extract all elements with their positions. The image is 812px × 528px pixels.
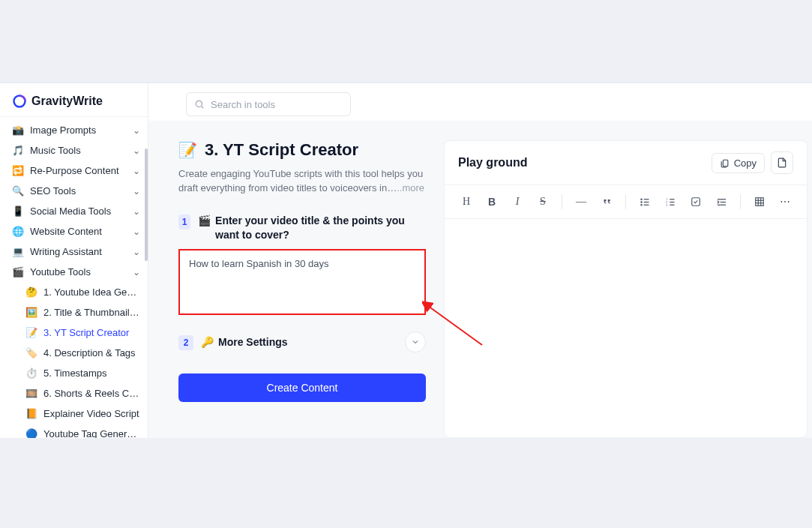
heading-button[interactable]: H: [455, 191, 478, 212]
bold-button[interactable]: B: [481, 191, 503, 212]
chevron-down-icon: ⌄: [133, 166, 140, 176]
dot-icon: 🔵: [25, 428, 37, 438]
page-icon: 📝: [178, 141, 197, 159]
clock-icon: ⏱️: [25, 368, 37, 379]
hr-button[interactable]: —: [570, 191, 592, 212]
step-1-text: Enter your video title & the points you …: [215, 214, 426, 242]
italic-button[interactable]: I: [506, 191, 529, 212]
clapper-icon: 🎬: [198, 214, 211, 242]
sub-item-script-creator[interactable]: 📝 3. YT Script Creator: [0, 322, 148, 343]
sub-label: 2. Title & Thumbnail …: [43, 307, 140, 318]
repeat-icon: 🔁: [12, 165, 24, 176]
sidebar-label: Youtube Tools: [30, 266, 127, 278]
toolbar-separator: [740, 194, 741, 209]
indent-icon: [716, 196, 727, 208]
scrollbar[interactable]: [145, 148, 148, 261]
ol-button[interactable]: 123: [659, 191, 682, 212]
sidebar-item-website[interactable]: 🌐 Website Content ⌄: [0, 221, 148, 242]
sidebar-label: Image Prompts: [30, 124, 127, 136]
desc-text: Create engaging YouTube scripts with thi…: [178, 168, 423, 194]
list-ol-icon: 123: [665, 196, 676, 208]
sidebar-label: Music Tools: [30, 145, 127, 156]
sub-item-shorts[interactable]: 🎞️ 6. Shorts & Reels Cr…: [0, 383, 148, 404]
step-2-badge: 2: [178, 335, 193, 350]
sidebar-item-music-tools[interactable]: 🎵 Music Tools ⌄: [0, 140, 148, 160]
list-ul-icon: [640, 196, 651, 208]
search-row: Search in tools: [148, 83, 812, 121]
tag-icon: 🏷️: [25, 347, 37, 358]
download-button[interactable]: [771, 152, 793, 174]
brand-name: GravityWrite: [31, 94, 103, 108]
search-input[interactable]: Search in tools: [186, 92, 351, 116]
indent-button[interactable]: [710, 191, 733, 212]
create-content-button[interactable]: Create Content: [178, 374, 426, 402]
camera-icon: 📸: [12, 124, 24, 136]
chevron-down-icon: ⌄: [133, 206, 140, 217]
sidebar-item-image-prompts[interactable]: 📸 Image Prompts ⌄: [0, 120, 148, 140]
download-icon: [777, 158, 787, 168]
youtube-icon: 🎬: [12, 266, 24, 278]
sub-item-idea-gen[interactable]: 🤔 1. Youtube Idea Gen…: [0, 282, 148, 302]
video-title-input[interactable]: How to learn Spanish in 30 days: [178, 249, 426, 315]
brand-logo[interactable]: GravityWrite: [0, 83, 148, 117]
playground-panel: Play ground Copy H B I S —: [444, 140, 808, 438]
chevron-down-icon: ⌄: [133, 146, 140, 156]
playground-title: Play ground: [458, 156, 706, 170]
sidebar-nav: 📸 Image Prompts ⌄ 🎵 Music Tools ⌄ 🔁 Re-P…: [0, 117, 148, 438]
expand-settings-button[interactable]: [405, 332, 426, 352]
globe-icon: 🌐: [12, 226, 24, 237]
music-icon: 🎵: [12, 145, 24, 156]
sidebar-item-writing[interactable]: 💻 Writing Assistant ⌄: [0, 242, 148, 262]
sub-label: Explainer Video Script: [43, 408, 140, 419]
sub-item-timestamps[interactable]: ⏱️ 5. Timestamps: [0, 363, 148, 383]
sidebar-item-social[interactable]: 📱 Social Media Tools ⌄: [0, 201, 148, 221]
sub-label: Youtube Tag Genera…: [43, 428, 140, 438]
chevron-down-icon: ⌄: [133, 247, 140, 257]
svg-line-2: [202, 106, 204, 109]
chevron-down-icon: ⌄: [133, 186, 140, 196]
table-button[interactable]: [748, 191, 771, 212]
book-icon: 📙: [25, 408, 37, 419]
page-title: 3. YT Script Creator: [205, 140, 358, 160]
sidebar-item-repurpose[interactable]: 🔁 Re-Purpose Content ⌄: [0, 160, 148, 181]
main-area: Search in tools 📝 3. YT Script Creator C…: [148, 83, 812, 438]
svg-rect-3: [723, 160, 728, 166]
film-icon: 🎞️: [25, 388, 37, 399]
page-description: Create engaging YouTube scripts with thi…: [178, 167, 426, 196]
search-placeholder: Search in tools: [211, 99, 275, 110]
chevron-down-icon: ⌄: [133, 226, 140, 237]
sidebar-item-seo[interactable]: 🔍 SEO Tools ⌄: [0, 181, 148, 201]
sub-item-title-thumb[interactable]: 🖼️ 2. Title & Thumbnail …: [0, 302, 148, 322]
laptop-icon: 💻: [12, 246, 24, 257]
sub-item-tag-gen[interactable]: 🔵 Youtube Tag Genera…: [0, 424, 148, 438]
sub-label: 6. Shorts & Reels Cr…: [43, 388, 140, 399]
quote-button[interactable]: [595, 191, 618, 212]
sidebar-label: Writing Assistant: [30, 246, 127, 257]
more-button[interactable]: ⋯: [774, 191, 796, 212]
sidebar-label: Social Media Tools: [30, 206, 127, 217]
search-icon: [194, 99, 205, 110]
checkbox-icon: [691, 196, 701, 207]
brand-icon: [12, 94, 27, 109]
image-icon: 🖼️: [25, 307, 37, 318]
toolbar-separator: [562, 194, 562, 209]
more-link[interactable]: ..more: [397, 182, 424, 194]
sub-item-desc-tags[interactable]: 🏷️ 4. Description & Tags: [0, 343, 148, 363]
sub-item-explainer[interactable]: 📙 Explainer Video Script: [0, 404, 148, 424]
svg-text:3: 3: [666, 203, 667, 206]
sidebar-item-youtube[interactable]: 🎬 Youtube Tools ⌄: [0, 262, 148, 282]
sub-label: 4. Description & Tags: [43, 347, 140, 358]
checklist-button[interactable]: [685, 191, 707, 212]
copy-button[interactable]: Copy: [712, 153, 765, 173]
toolbar-separator: [625, 194, 626, 209]
sidebar-label: Re-Purpose Content: [30, 165, 127, 176]
memo-icon: 📝: [25, 327, 37, 338]
svg-point-9: [640, 204, 641, 205]
sub-label: 5. Timestamps: [43, 368, 140, 379]
ul-button[interactable]: [634, 191, 656, 212]
form-column: 📝 3. YT Script Creator Create engaging Y…: [178, 140, 426, 438]
chevron-down-icon: ⌄: [133, 267, 140, 278]
svg-rect-20: [756, 198, 764, 206]
strike-button[interactable]: S: [532, 191, 554, 212]
editor-canvas[interactable]: [445, 219, 807, 437]
